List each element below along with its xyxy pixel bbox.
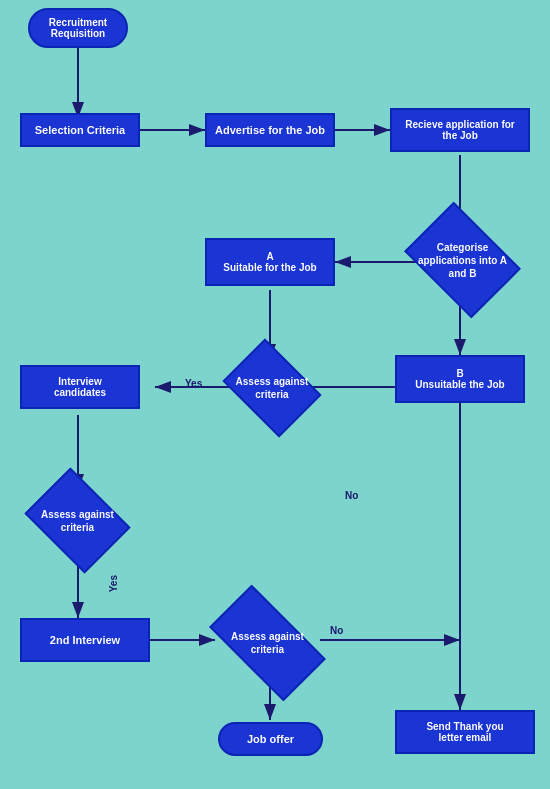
assess2-label: Assess against criteria — [35, 508, 120, 534]
thank-you-node: Send Thank you letter email — [395, 710, 535, 754]
suitable-node: A Suitable for the Job — [205, 238, 335, 286]
job-offer-node: Job offer — [218, 722, 323, 756]
selection-criteria-label: Selection Criteria — [35, 124, 125, 136]
unsuitable-label: B Unsuitable the Job — [415, 368, 504, 390]
recruitment-requisition-node: Recruitment Requisition — [28, 8, 128, 48]
second-interview-label: 2nd Interview — [50, 634, 120, 646]
categorise-node: Categorise applications into A and B — [415, 225, 510, 295]
advertise-job-label: Advertise for the Job — [215, 124, 325, 136]
recruitment-requisition-label: Recruitment Requisition — [49, 17, 107, 39]
selection-criteria-node: Selection Criteria — [20, 113, 140, 147]
no2-label: No — [330, 625, 343, 636]
no1-label: No — [345, 490, 358, 501]
thank-you-label: Send Thank you letter email — [426, 721, 503, 743]
assess2-node: Assess against criteria — [35, 488, 120, 553]
suitable-label: A Suitable for the Job — [223, 251, 316, 273]
assess3-node: Assess against criteria — [215, 613, 320, 673]
receive-application-node: Recieve application for the Job — [390, 108, 530, 152]
interview-node: Interview candidates — [20, 365, 140, 409]
assess3-label: Assess against criteria — [215, 630, 320, 656]
job-offer-label: Job offer — [247, 733, 294, 745]
assess1-label: Assess against criteria — [232, 375, 312, 401]
interview-label: Interview candidates — [54, 376, 106, 398]
assess1-node: Assess against criteria — [232, 358, 312, 418]
second-interview-node: 2nd Interview — [20, 618, 150, 662]
receive-application-label: Recieve application for the Job — [405, 119, 514, 141]
unsuitable-node: B Unsuitable the Job — [395, 355, 525, 403]
categorise-label: Categorise applications into A and B — [415, 241, 510, 280]
yes1-label: Yes — [185, 378, 202, 389]
advertise-job-node: Advertise for the Job — [205, 113, 335, 147]
yes2-label: Yes — [108, 575, 119, 592]
